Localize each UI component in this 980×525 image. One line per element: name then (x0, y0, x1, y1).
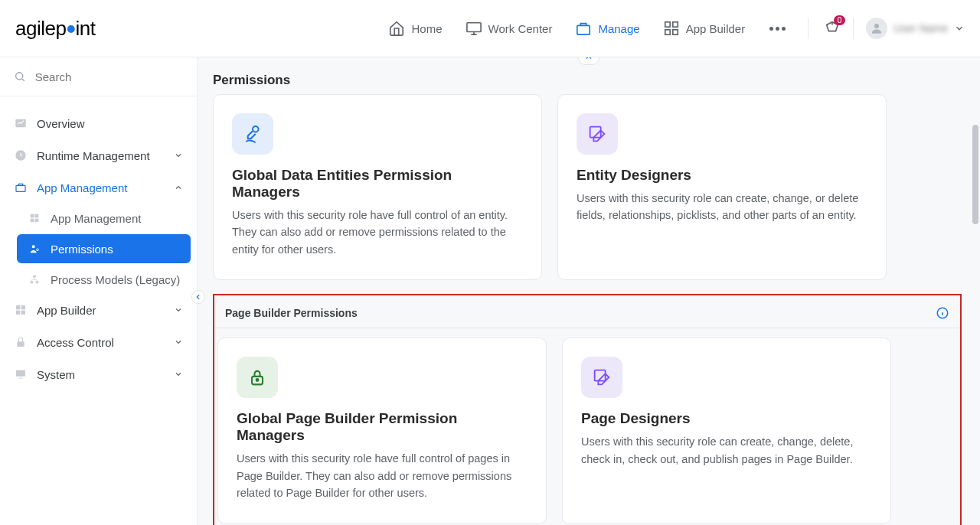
svg-point-6 (874, 24, 879, 28)
monitor-icon (466, 20, 482, 37)
sidebar: Overview Runtime Management App Manageme… (0, 57, 198, 525)
svg-point-7 (16, 73, 23, 80)
svg-rect-0 (466, 23, 480, 32)
grid-small-icon (28, 211, 41, 225)
chart-icon (14, 116, 28, 130)
main-content: Permissions Global Data Entities Permiss… (198, 57, 980, 525)
sidebar-label-runtime: Runtime Management (37, 149, 150, 162)
nav-app-builder-label: App Builder (686, 22, 746, 35)
info-button[interactable] (936, 306, 949, 320)
svg-point-15 (32, 245, 35, 248)
section-collapse-button[interactable] (578, 57, 599, 65)
card-title: Page Designers (581, 410, 872, 427)
search-input[interactable] (35, 70, 183, 83)
notification-badge: 0 (834, 15, 846, 25)
page-builder-highlight: Page Builder Permissions Global Page Bui… (213, 294, 962, 525)
lock-icon (14, 335, 28, 349)
nav-more-button[interactable] (768, 27, 786, 31)
chevron-down-icon (174, 370, 183, 379)
page-title: Permissions (213, 73, 962, 88)
card-entity-designers[interactable]: Entity Designers Users with this securit… (557, 94, 887, 280)
sidebar-item-app-builder[interactable]: App Builder (0, 294, 197, 326)
logo[interactable]: agilep•int (15, 17, 95, 41)
sidebar-item-runtime[interactable]: Runtime Management (0, 139, 197, 171)
svg-rect-2 (665, 22, 669, 27)
card-description: Users with this security role can create… (581, 433, 872, 468)
card-description: Users with this security role have full … (237, 450, 528, 501)
card-global-page-builder-managers[interactable]: Global Page Builder Permission Managers … (217, 338, 547, 523)
design-icon (577, 113, 618, 155)
svg-rect-22 (16, 311, 20, 315)
card-page-designers[interactable]: Page Designers Users with this security … (562, 338, 891, 523)
scrollbar-thumb[interactable] (972, 125, 978, 224)
svg-point-26 (253, 126, 259, 132)
avatar-icon (866, 18, 887, 39)
svg-rect-13 (31, 219, 34, 223)
svg-rect-23 (21, 311, 25, 315)
card-description: Users with this security role have full … (232, 207, 523, 258)
svg-rect-4 (665, 30, 669, 34)
card-title: Entity Designers (577, 167, 867, 184)
svg-rect-18 (31, 281, 34, 283)
card-title: Global Data Entities Permission Managers (232, 167, 523, 201)
clock-icon (14, 148, 28, 162)
briefcase-small-icon (14, 181, 28, 194)
main-nav: Home Work Center Manage App Builder (388, 20, 786, 37)
svg-rect-5 (672, 30, 677, 34)
key-hand-icon (232, 113, 273, 155)
section-label: Page Builder Permissions (225, 307, 358, 319)
design-icon (581, 357, 622, 398)
chevron-down-icon (174, 305, 183, 315)
sidebar-item-permissions[interactable]: Permissions (17, 234, 191, 263)
nav-home[interactable]: Home (388, 20, 442, 37)
sidebar-item-app-management[interactable]: App Management (0, 171, 197, 204)
header-right: 0 User Name (808, 18, 965, 39)
sidebar-label-app-management-sub: App Management (51, 212, 141, 225)
chevron-up-icon (174, 183, 183, 192)
sidebar-label-process-models: Process Models (Legacy) (51, 273, 180, 286)
sidebar-item-process-models[interactable]: Process Models (Legacy) (14, 265, 197, 294)
chevron-down-icon (174, 151, 183, 160)
sidebar-item-access-control[interactable]: Access Control (0, 326, 197, 358)
sidebar-label-access-control: Access Control (37, 336, 114, 349)
svg-rect-14 (35, 219, 39, 223)
search-icon (14, 70, 26, 83)
svg-rect-24 (17, 341, 24, 347)
svg-rect-20 (16, 305, 20, 309)
card-title: Global Page Builder Permission Managers (237, 410, 528, 444)
username-label: User Name (893, 22, 948, 34)
nav-app-builder[interactable]: App Builder (663, 20, 746, 37)
user-menu[interactable]: User Name (853, 18, 965, 39)
chevron-down-icon (954, 23, 965, 34)
sidebar-label-overview: Overview (37, 117, 85, 130)
svg-rect-10 (16, 185, 25, 191)
sidebar-collapse-button[interactable] (191, 290, 205, 304)
sidebar-label-system: System (37, 368, 75, 381)
person-key-icon (28, 242, 41, 256)
sidebar-search[interactable] (0, 57, 197, 96)
hierarchy-icon (28, 272, 41, 286)
grid-icon (663, 20, 680, 37)
briefcase-icon (575, 20, 592, 37)
card-description: Users with this security role can create… (577, 190, 867, 224)
nav-work-center[interactable]: Work Center (466, 20, 553, 37)
sidebar-label-app-management: App Management (37, 181, 127, 194)
svg-rect-17 (33, 276, 36, 278)
lock-secure-icon (237, 357, 278, 398)
sidebar-item-app-management-sub[interactable]: App Management (14, 204, 197, 233)
sidebar-item-system[interactable]: System (0, 358, 197, 390)
svg-rect-3 (672, 22, 677, 27)
sidebar-item-overview[interactable]: Overview (0, 107, 197, 139)
svg-rect-11 (31, 214, 34, 218)
card-global-data-entities[interactable]: Global Data Entities Permission Managers… (213, 94, 542, 280)
nav-work-center-label: Work Center (488, 22, 553, 35)
home-icon (388, 20, 405, 37)
nav-home-label: Home (411, 22, 442, 35)
svg-rect-25 (16, 370, 25, 377)
nav-manage-label: Manage (598, 22, 639, 35)
top-header: agilep•int Home Work Center Manage App B… (0, 0, 980, 57)
svg-point-16 (37, 249, 39, 251)
notifications-button[interactable]: 0 (824, 20, 841, 37)
nav-manage[interactable]: Manage (575, 20, 639, 37)
svg-rect-12 (35, 214, 39, 218)
